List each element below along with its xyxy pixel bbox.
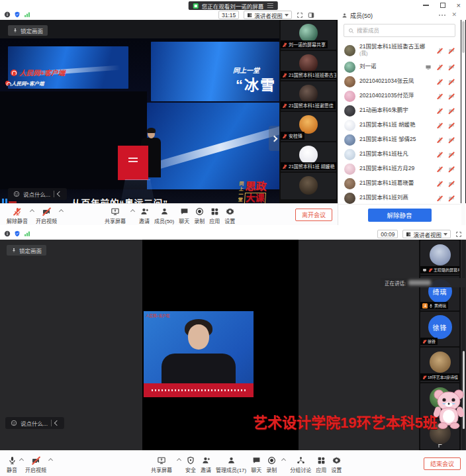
share-screen-button[interactable]: 共享屏幕 (151, 456, 172, 473)
member-row[interactable]: 21国贸本科1班 邹倩25 (338, 132, 461, 147)
member-row[interactable]: 21国贸本科1班刘燕 (338, 191, 461, 204)
video-tile[interactable]: 徐锋 徐锋 (420, 312, 459, 346)
member-row[interactable]: 刘一诺 (338, 60, 461, 74)
mic-muted-icon[interactable] (437, 181, 443, 187)
record-options-chevron[interactable] (281, 458, 286, 463)
mic-muted-icon[interactable] (437, 93, 443, 99)
danmaku-input[interactable]: 说点什么... (8, 188, 67, 200)
video-options-chevron[interactable] (59, 209, 64, 214)
member-row[interactable]: 21国贸本科1班葛晓蕾 (338, 176, 461, 191)
invite-button[interactable]: 邀请 (139, 207, 150, 224)
view-mode-dropdown[interactable]: 演讲者视图 (402, 230, 451, 238)
member-search-input[interactable] (357, 27, 451, 34)
next-page-arrow[interactable] (269, 126, 279, 151)
watching-banner[interactable]: 您正在观看刘一诺的屏幕 (189, 1, 278, 10)
video-tile[interactable] (281, 173, 336, 199)
collapse-icon[interactable] (54, 420, 60, 426)
pin-view-button[interactable]: 锁定画面 (8, 25, 48, 36)
share-options-chevron[interactable] (130, 209, 135, 214)
member-row[interactable]: 202104021035付范萍 (338, 89, 461, 103)
members-button[interactable]: 成员(50) (154, 207, 174, 224)
video-tile[interactable]: 18环艺本2廖诗桂 (420, 348, 459, 382)
camera-off-icon[interactable] (448, 195, 455, 201)
settings-button[interactable]: 设置 (224, 207, 235, 224)
fullscreen-icon[interactable] (455, 231, 462, 238)
network-signal-icon[interactable] (24, 11, 30, 18)
end-meeting-button[interactable]: 结束会议 (424, 457, 461, 470)
mic-options-chevron[interactable] (19, 458, 24, 463)
mic-muted-icon[interactable] (437, 64, 443, 70)
camera-off-icon[interactable] (448, 152, 455, 158)
view-mode-dropdown[interactable]: 演讲者视图 (244, 11, 292, 19)
breakout-rooms-button[interactable]: 分组讨论 (290, 456, 311, 473)
apps-button[interactable]: 应用 (316, 456, 326, 473)
camera-off-icon[interactable] (448, 64, 455, 70)
invite-button[interactable]: 邀请 (201, 456, 211, 473)
mic-muted-icon[interactable] (437, 166, 443, 172)
member-search[interactable] (344, 24, 455, 37)
chat-button[interactable]: 聊天 (251, 456, 261, 473)
pin-view-button[interactable]: 锁定画面 (7, 245, 46, 256)
unmute-button[interactable]: 解除静音 (368, 209, 432, 222)
members-scrollbar[interactable] (461, 20, 465, 225)
video-tile[interactable]: 21国贸本科1班 胡媛艳 (281, 142, 336, 171)
video-options-chevron[interactable] (48, 458, 53, 463)
record-button[interactable]: 录制 (266, 456, 277, 473)
network-signal-icon[interactable] (24, 230, 30, 237)
start-video-button[interactable]: 开启视频 (36, 207, 57, 224)
camera-off-icon[interactable] (448, 108, 455, 114)
banner-menu-icon[interactable] (267, 3, 273, 8)
video-tile[interactable]: 21国贸本科1班班委古玉.. (281, 51, 336, 80)
video-tile[interactable]: 刘一诺的屏幕共享 (281, 21, 336, 50)
mic-muted-icon[interactable] (437, 108, 443, 114)
manage-members-button[interactable]: 管理成员(17) (216, 456, 246, 473)
more-tiles-chevron[interactable] (438, 444, 442, 448)
camera-off-icon[interactable] (448, 93, 455, 99)
chat-button[interactable]: 聊天 (179, 207, 189, 224)
smiley-icon[interactable] (13, 191, 20, 197)
security-button[interactable]: 安全 (185, 456, 196, 473)
more-options-icon[interactable] (439, 15, 445, 16)
mic-options-chevron[interactable] (30, 209, 34, 214)
mic-muted-icon[interactable] (437, 152, 443, 158)
danmaku-input[interactable]: 说点什么... (5, 417, 64, 429)
camera-off-icon[interactable] (448, 166, 455, 172)
camera-off-icon[interactable] (448, 48, 455, 54)
video-tile[interactable]: 王晓璐的屏幕共享 (420, 240, 459, 275)
mic-muted-icon[interactable] (437, 137, 443, 143)
camera-off-icon[interactable] (448, 137, 455, 143)
collapse-icon[interactable] (57, 191, 62, 197)
minimize-icon[interactable] (423, 5, 429, 5)
mic-muted-icon[interactable] (437, 195, 443, 201)
camera-off-icon[interactable] (448, 181, 455, 187)
meeting-secure-shield-icon[interactable] (14, 230, 21, 237)
maximize-icon[interactable] (440, 3, 445, 8)
member-row[interactable]: 21国贸本科1班班委古玉娜 (我) (338, 41, 461, 60)
camera-off-icon[interactable] (448, 79, 455, 85)
mic-muted-icon[interactable] (437, 79, 443, 85)
close-icon[interactable]: × (457, 2, 461, 9)
video-tile[interactable]: 安桂锋 (281, 112, 336, 141)
unmute-mic-button[interactable]: 解除静音 (7, 207, 28, 224)
fullscreen-icon[interactable] (297, 12, 303, 19)
close-panel-icon[interactable]: ✕ (451, 12, 457, 18)
meeting-secure-shield-icon[interactable] (14, 11, 21, 18)
smiley-icon[interactable] (11, 420, 17, 426)
mic-muted-icon[interactable] (437, 122, 443, 128)
share-screen-button[interactable]: 共享屏幕 (105, 207, 126, 224)
video-tile[interactable]: 21国贸本科1班谢思佳 (281, 81, 336, 111)
member-row[interactable]: 21国贸本科1班方月29 (338, 162, 461, 176)
settings-button[interactable]: 设置 (331, 456, 342, 473)
record-button[interactable]: 录制 (194, 207, 205, 224)
share-options-chevron[interactable] (177, 458, 181, 463)
sidebar-toggle-icon[interactable] (308, 12, 314, 19)
member-row[interactable]: 21动画本科6朱鹏宇 (338, 103, 461, 118)
start-video-button[interactable]: 开启视频 (25, 456, 46, 473)
member-row[interactable]: 21国贸本科1班杜凡 (338, 147, 461, 162)
info-icon[interactable] (4, 230, 11, 237)
info-icon[interactable] (4, 11, 11, 18)
leave-meeting-button[interactable]: 离开会议 (295, 209, 332, 221)
apps-button[interactable]: 应用 (209, 207, 220, 224)
member-row[interactable]: 21国贸本科1班 胡媛艳 (338, 118, 461, 132)
member-row[interactable]: 202104021034张云凤 (338, 74, 461, 89)
